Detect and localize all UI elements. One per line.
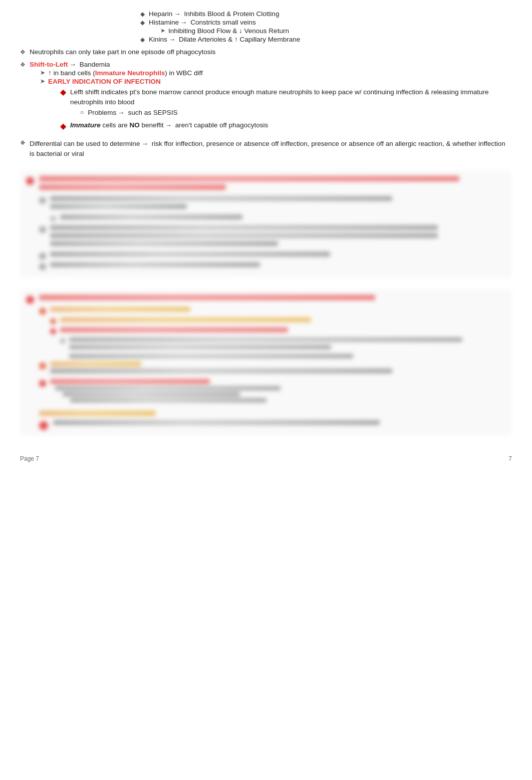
- bullet-dot-icon: ◆: [60, 121, 66, 131]
- band-cells-text: ↑ in band cells (Immature Neutrophils) i…: [48, 69, 203, 77]
- neutrophils-text: Neutrophils can only take part in one ep…: [30, 48, 215, 56]
- diamond-icon: ◆: [140, 36, 145, 43]
- shift-left-label: Shift-to-Left: [30, 61, 68, 68]
- chevron-icon: ➤: [40, 78, 45, 85]
- differential-bullet: ❖ Differential can be used to determine→…: [20, 139, 512, 159]
- early-indication-bullet: ➤ EARLY INDICATION OF INFECTION: [20, 78, 512, 85]
- problems-text: Problems→ such as SEPSIS: [88, 109, 177, 116]
- histamine-bullet: ◆ Histamine→ Constricts small veins: [20, 19, 512, 26]
- kinins-text: Kinins→ Dilate Arterioles & ↑ Capillary …: [149, 36, 300, 43]
- heparin-text: Heparin→ Inhibits Blood & Protein Clotti…: [149, 10, 279, 18]
- page-footer: Page 7 7: [20, 455, 512, 462]
- bullet-dot-icon: ◆: [60, 87, 66, 97]
- band-cells-bullet: ➤ ↑ in band cells (Immature Neutrophils)…: [20, 69, 512, 77]
- blurred-section-2: [20, 290, 512, 435]
- neutrophils-bullet: ❖ Neutrophils can only take part in one …: [20, 48, 512, 56]
- problems-bullet: ○ Problems→ such as SEPSIS: [20, 109, 512, 116]
- no-text: NO: [130, 121, 140, 129]
- inhibiting-bullet: ➤ Inhibiting Blood Flow & ↓ Venous Retur…: [20, 27, 512, 35]
- shift-left-text: Shift-to-Left→ Bandemia: [30, 61, 110, 68]
- diamond-icon: ❖: [20, 61, 26, 68]
- kinins-bullet: ◆ Kinins→ Dilate Arterioles & ↑ Capillar…: [20, 36, 512, 43]
- shift-left-bullet: ❖ Shift-to-Left→ Bandemia: [20, 61, 512, 68]
- histamine-text: Histamine→ Constricts small veins: [149, 19, 256, 26]
- diamond-icon: ❖: [20, 139, 26, 146]
- differential-section: ❖ Differential can be used to determine→…: [20, 139, 512, 159]
- early-indication-text: EARLY INDICATION OF INFECTION: [48, 78, 161, 85]
- footer-right: 7: [508, 455, 512, 462]
- immature-italic: Immature: [70, 121, 101, 129]
- heparin-bullet: ◆ Heparin→ Inhibits Blood & Protein Clot…: [20, 10, 512, 18]
- immature-cells-bullet: ◆ Immature cells are NO beneffit→ aren't…: [20, 121, 512, 131]
- immature-cells-text: Immature cells are NO beneffit→ aren't c…: [70, 121, 268, 129]
- lefft-shift-text: Lefft shifft indicates pt's bone marrow …: [70, 87, 512, 108]
- circle-icon: ○: [80, 109, 84, 116]
- differential-text: Differential can be used to determine→ r…: [30, 139, 512, 159]
- lefft-shift-bullet: ◆ Lefft shifft indicates pt's bone marro…: [20, 87, 512, 108]
- inhibiting-text: Inhibiting Blood Flow & ↓ Venous Return: [168, 27, 289, 35]
- diamond-icon: ❖: [20, 49, 26, 56]
- chevron-icon: ➤: [40, 69, 45, 76]
- neutrophils-section: ❖ Neutrophils can only take part in one …: [20, 48, 512, 56]
- immature-label: Immature Neutrophils: [95, 69, 165, 77]
- shift-left-section: ❖ Shift-to-Left→ Bandemia ➤ ↑ in band ce…: [20, 61, 512, 131]
- top-bullets-section: ◆ Heparin→ Inhibits Blood & Protein Clot…: [20, 10, 512, 43]
- diamond-icon: ◆: [140, 11, 145, 18]
- blurred-section-1: [20, 171, 512, 278]
- chevron-icon: ➤: [160, 27, 165, 34]
- footer-left: Page 7: [20, 455, 39, 462]
- diamond-icon: ◆: [140, 19, 145, 26]
